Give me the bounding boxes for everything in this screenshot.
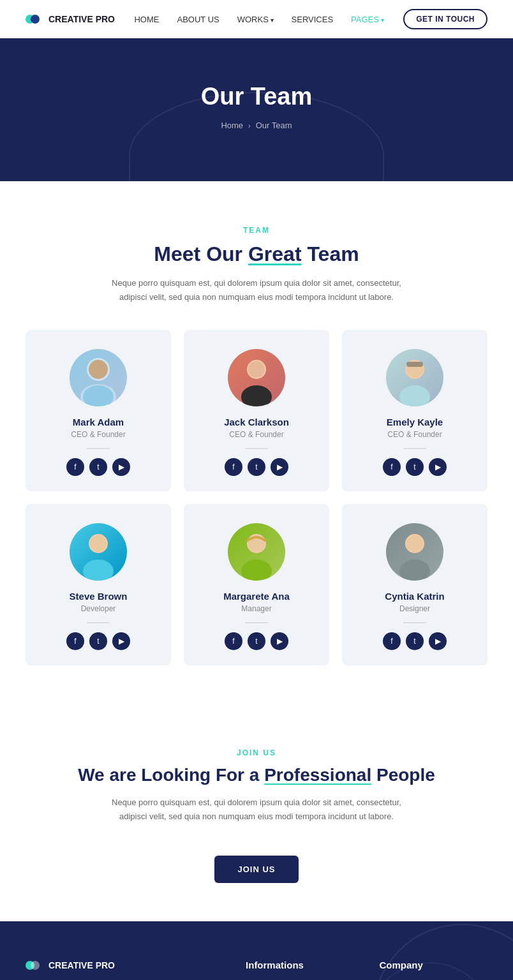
- youtube-icon-steve[interactable]: ▶: [112, 632, 130, 650]
- team-description: Neque porro quisquam est, qui dolorem ip…: [97, 276, 416, 304]
- team-role-cyntia: Designer: [399, 604, 430, 613]
- avatar-steve: [70, 523, 127, 581]
- team-title: Meet Our Great Team: [26, 242, 487, 266]
- team-divider-mark: [87, 448, 110, 449]
- footer-info-column: Informations Blog Portfolios Head Office…: [246, 960, 353, 980]
- team-role-jack: CEO & Founder: [229, 430, 283, 439]
- team-name-emely: Emely Kayle: [387, 417, 443, 427]
- team-card-jack: Jack Clarkson CEO & Founder f t ▶: [184, 330, 329, 491]
- team-divider-jack: [245, 448, 268, 449]
- team-section: TEAM Meet Our Great Team Neque porro qui…: [0, 181, 513, 704]
- team-card-margarete: Margarete Ana Manager f t ▶: [184, 504, 329, 665]
- facebook-icon-emely[interactable]: f: [383, 458, 401, 476]
- social-icons-mark: f t ▶: [66, 458, 130, 476]
- youtube-icon-emely[interactable]: ▶: [429, 458, 447, 476]
- social-icons-margarete: f t ▶: [225, 632, 288, 650]
- avatar-mark: [70, 349, 127, 406]
- twitter-icon-mark[interactable]: t: [89, 458, 107, 476]
- twitter-icon-jack[interactable]: t: [248, 458, 265, 476]
- facebook-icon-cyntia[interactable]: f: [383, 632, 401, 650]
- footer-logo: CREATIVE PRO: [26, 960, 220, 971]
- svg-point-8: [399, 385, 430, 406]
- nav-services[interactable]: SERVICES: [292, 15, 334, 24]
- team-title-end: Team: [302, 242, 359, 265]
- team-role-emely: CEO & Founder: [387, 430, 442, 439]
- youtube-icon-cyntia[interactable]: ▶: [429, 632, 447, 650]
- join-title: We are Looking For a Professional People: [26, 765, 487, 785]
- team-role-mark: CEO & Founder: [71, 430, 125, 439]
- avatar-cyntia: [386, 523, 443, 581]
- footer-logo-text: CREATIVE PRO: [48, 960, 115, 970]
- twitter-icon-cyntia[interactable]: t: [406, 632, 424, 650]
- team-divider-margarete: [245, 622, 268, 623]
- logo-icon: [26, 13, 43, 25]
- social-icons-steve: f t ▶: [66, 632, 130, 650]
- logo[interactable]: CREATIVE PRO: [26, 13, 115, 25]
- join-title-start: We are Looking For a: [78, 765, 264, 785]
- join-title-highlight: Professional: [264, 765, 371, 785]
- social-icons-jack: f t ▶: [225, 458, 288, 476]
- svg-point-12: [83, 560, 114, 581]
- team-title-start: Meet Our: [154, 242, 248, 265]
- twitter-icon-steve[interactable]: t: [89, 632, 107, 650]
- team-name-mark: Mark Adam: [73, 417, 124, 427]
- team-name-jack: Jack Clarkson: [224, 417, 289, 427]
- svg-rect-10: [406, 362, 423, 367]
- team-card-steve: Steve Brown Developer f t ▶: [26, 504, 171, 665]
- facebook-icon-margarete[interactable]: f: [225, 632, 242, 650]
- avatar-emely: [386, 349, 443, 406]
- nav-works[interactable]: WORKS: [237, 15, 274, 24]
- social-icons-cyntia: f t ▶: [383, 632, 447, 650]
- get-in-touch-button[interactable]: GET IN TOUCH: [403, 9, 487, 29]
- team-divider-steve: [87, 622, 110, 623]
- svg-point-5: [241, 385, 272, 406]
- nav-home[interactable]: HOME: [134, 15, 159, 24]
- join-us-button[interactable]: JOIN US: [214, 856, 298, 883]
- facebook-icon-mark[interactable]: f: [66, 458, 84, 476]
- team-card-mark: Mark Adam CEO & Founder f t ▶: [26, 330, 171, 491]
- svg-point-18: [399, 560, 430, 581]
- svg-point-2: [89, 360, 108, 379]
- facebook-icon-jack[interactable]: f: [225, 458, 242, 476]
- join-section: JOIN US We are Looking For a Professiona…: [0, 704, 513, 921]
- social-icons-emely: f t ▶: [383, 458, 447, 476]
- team-name-steve: Steve Brown: [70, 591, 128, 602]
- youtube-icon-jack[interactable]: ▶: [271, 458, 288, 476]
- join-title-end: People: [371, 765, 435, 785]
- team-role-margarete: Manager: [241, 604, 271, 613]
- team-divider-cyntia: [403, 622, 426, 623]
- join-description: Neque porro quisquam est, qui dolorem ip…: [97, 796, 416, 824]
- team-card-emely: Emely Kayle CEO & Founder f t ▶: [342, 330, 487, 491]
- svg-point-19: [406, 535, 423, 552]
- team-grid: Mark Adam CEO & Founder f t ▶ Jack Clark…: [26, 330, 487, 665]
- join-tag: JOIN US: [26, 748, 487, 757]
- nav-links: HOME ABOUT US WORKS SERVICES PAGES: [134, 15, 383, 24]
- hero-section: Our Team Home › Our Team: [0, 38, 513, 181]
- footer-brand-column: CREATIVE PRO Lorem ipsum dolor sit amet,…: [26, 960, 220, 980]
- nav-pages[interactable]: PAGES: [351, 15, 384, 24]
- footer: CREATIVE PRO Lorem ipsum dolor sit amet,…: [0, 921, 513, 980]
- team-title-highlight: Great: [248, 242, 302, 265]
- avatar-margarete: [228, 523, 285, 581]
- twitter-icon-emely[interactable]: t: [406, 458, 424, 476]
- svg-point-15: [241, 560, 272, 581]
- svg-point-13: [90, 535, 107, 552]
- navbar: CREATIVE PRO HOME ABOUT US WORKS SERVICE…: [0, 0, 513, 38]
- avatar-jack: [228, 349, 285, 406]
- youtube-icon-mark[interactable]: ▶: [112, 458, 130, 476]
- facebook-icon-steve[interactable]: f: [66, 632, 84, 650]
- svg-point-6: [248, 361, 265, 378]
- team-name-cyntia: Cyntia Katrin: [385, 591, 444, 602]
- team-role-steve: Developer: [81, 604, 116, 613]
- footer-info-title: Informations: [246, 960, 353, 970]
- team-name-margarete: Margarete Ana: [223, 591, 290, 602]
- logo-text: CREATIVE PRO: [48, 14, 115, 24]
- twitter-icon-margarete[interactable]: t: [248, 632, 265, 650]
- nav-about[interactable]: ABOUT US: [177, 15, 219, 24]
- footer-logo-icon: [26, 960, 43, 971]
- team-card-cyntia: Cyntia Katrin Designer f t ▶: [342, 504, 487, 665]
- team-tag: TEAM: [26, 226, 487, 235]
- youtube-icon-margarete[interactable]: ▶: [271, 632, 288, 650]
- team-divider-emely: [403, 448, 426, 449]
